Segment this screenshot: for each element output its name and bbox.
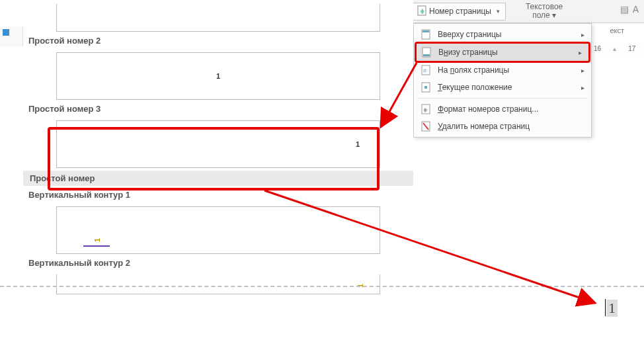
page-number-icon: ⋕ [417, 5, 426, 18]
ruler-tab-marker-icon [3, 29, 9, 36]
preview-page-number: 1 [216, 72, 220, 80]
menu-page-margins[interactable]: # На полях страницы ▸ [414, 62, 591, 79]
menu-margins-label: На полях страницы [438, 65, 509, 75]
vertical-ruler-fragment [0, 26, 23, 46]
page-top-icon [421, 29, 431, 40]
page-number-button[interactable]: ⋕ Номер страницы ▾ [411, 3, 506, 21]
menu-divider [418, 98, 587, 99]
page-number-label: Номер страницы [429, 7, 491, 16]
quick-parts-icon[interactable]: ▤ [620, 4, 629, 15]
submenu-arrow-icon: ▸ [581, 67, 584, 74]
gallery-section-simple: Простой номер [23, 171, 413, 186]
svg-text:#: # [423, 67, 426, 74]
gallery-item-vcontour1[interactable]: 1 [56, 206, 413, 254]
menu-current-position[interactable]: Текущее положение ▸ [414, 79, 591, 96]
gallery-item-simple3[interactable]: 1 [56, 120, 413, 168]
svg-text:⋕: ⋕ [423, 107, 428, 113]
page-number-gallery: Простой номер 2 1 Простой номер 3 1 Прос… [23, 0, 413, 338]
page-current-icon [421, 82, 431, 93]
dropdown-arrow-icon: ▾ [497, 8, 500, 15]
menu-current-label: Текущее положение [438, 83, 512, 92]
submenu-arrow-icon: ▸ [581, 84, 584, 91]
submenu-arrow-icon: ▸ [581, 31, 584, 38]
svg-rect-3 [423, 30, 429, 32]
menu-top-of-page[interactable]: Вверху страницы ▸ [414, 26, 591, 43]
svg-text:⋕: ⋕ [420, 8, 425, 15]
page-number-dropdown: Вверху страницы ▸ Внизу страницы ▸ # На … [413, 23, 592, 138]
gallery-item-vcontour1-title: Вертикальный контур 1 [23, 186, 413, 202]
preview-page-number: 1 [93, 238, 101, 242]
menu-top-label: Вверху страницы [438, 30, 501, 39]
menu-remove-page-numbers[interactable]: Удалить номера страниц [414, 118, 591, 135]
gallery-item-vcontour2[interactable]: 1 [56, 275, 413, 294]
gallery-item-simple1-cut[interactable] [56, 4, 413, 32]
gallery-item-simple2[interactable]: 1 [56, 52, 413, 100]
svg-rect-9 [424, 86, 427, 89]
submenu-arrow-icon: ▸ [579, 49, 582, 56]
ribbon-fragment: ⋕ Номер страницы ▾ Текстовое поле ▾ ▤ A [406, 0, 644, 23]
horizontal-ruler-fragment: 16 ▴ 17 [591, 42, 644, 54]
svg-rect-5 [423, 54, 430, 56]
gallery-item-simple2-title: Простой номер 2 [23, 32, 413, 48]
text-field-group[interactable]: Текстовое поле ▾ [526, 3, 563, 20]
wordart-icon[interactable]: A [633, 4, 639, 15]
page-margins-icon: # [421, 65, 431, 75]
gallery-item-vcontour2-title: Вертикальный контур 2 [23, 254, 413, 271]
menu-bottom-of-page[interactable]: Внизу страницы ▸ [416, 43, 589, 62]
format-numbers-icon: ⋕ [421, 104, 431, 114]
menu-bottom-label: Внизу страницы [438, 48, 498, 57]
page-bottom-icon [421, 47, 432, 58]
vertical-contour-bar [83, 245, 110, 247]
menu-format-page-numbers[interactable]: ⋕ Формат номеров страниц... [414, 101, 591, 118]
ribbon-cut-label: екст [610, 26, 624, 34]
menu-remove-label: Удалить номера страниц [438, 122, 530, 131]
ribbon-misc-icons: ▤ A [620, 4, 639, 15]
preview-page-number: 1 [356, 140, 360, 148]
menu-format-label: Формат номеров страниц... [438, 105, 538, 114]
gallery-item-simple3-title: Простой номер 3 [23, 100, 413, 116]
page-break-indicator [0, 286, 644, 287]
inserted-page-number[interactable]: 1 [606, 300, 618, 317]
remove-numbers-icon [421, 121, 431, 132]
